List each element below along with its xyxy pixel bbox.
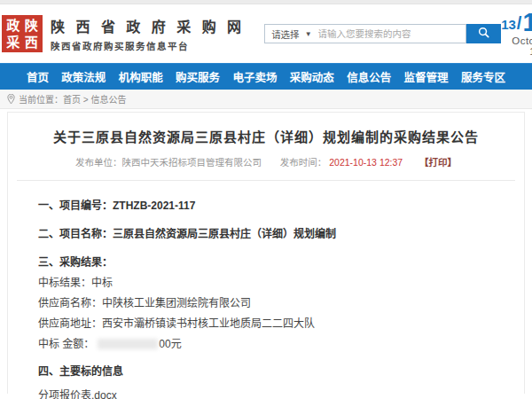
section-project-name: 二、项目名称：三原县自然资源局三原县村庄（详细）规划编制 bbox=[38, 225, 494, 240]
nav-item-supervision[interactable]: 监督管理 bbox=[404, 68, 449, 85]
search-input[interactable] bbox=[318, 26, 466, 42]
nav-item-e-marketplace[interactable]: 电子卖场 bbox=[232, 68, 277, 85]
breadcrumb: 当前位置：首页 > 信息公告 bbox=[0, 90, 532, 109]
nav-item-functions[interactable]: 机构职能 bbox=[119, 68, 163, 85]
date-month-number: 10 bbox=[522, 11, 532, 34]
article-title: 关于三原县自然资源局三原县村庄（详细）规划编制的采购结果公告 bbox=[8, 127, 524, 145]
logo-char: 陕 bbox=[23, 18, 41, 34]
section-procurement-result: 三、采购结果： bbox=[38, 254, 494, 269]
section-main-subject-info: 四、主要标的信息 bbox=[38, 363, 494, 378]
nav-item-announcements[interactable]: 信息公告 bbox=[347, 68, 391, 85]
nav-item-purchase-services[interactable]: 购买服务 bbox=[176, 68, 220, 85]
nav-item-procurement-news[interactable]: 采购动态 bbox=[290, 68, 334, 85]
site-subtitle: 陕西省政府购买服务信息平台 bbox=[51, 39, 245, 52]
date-slash: / bbox=[517, 12, 522, 34]
nav-item-policies[interactable]: 政策法规 bbox=[61, 68, 106, 85]
date-month-text: October 13th bbox=[501, 35, 532, 57]
main-nav: 首页 政策法规 机构职能 购买服务 电子卖场 采购动态 信息公告 监督管理 服务… bbox=[0, 63, 532, 90]
publish-time: 2021-10-13 12:37 bbox=[329, 157, 403, 168]
site-title: 陕 西 省 政 府 采 购 网 bbox=[51, 15, 245, 36]
attachment-link[interactable]: 分项报价表.docx bbox=[38, 387, 494, 399]
nav-item-service-zone[interactable]: 服务专区 bbox=[461, 68, 505, 85]
site-titles: 陕 西 省 政 府 采 购 网 陕西省政府购买服务信息平台 bbox=[51, 15, 245, 52]
article-meta: 发布单位：陕西中天禾招标项目管理有限公司 发布时间： 2021-10-13 12… bbox=[8, 155, 524, 168]
article-content: 一、项目编号：ZTHZB-2021-117 二、项目名称：三原县自然资源局三原县… bbox=[8, 197, 524, 399]
section-project-number: 一、项目编号：ZTHZB-2021-117 bbox=[38, 197, 494, 212]
article-panel: 关于三原县自然资源局三原县村庄（详细）规划编制的采购结果公告 发布单位：陕西中天… bbox=[7, 112, 525, 394]
supplier-name-line: 供应商名称：中陕核工业集团测绘院有限公司 bbox=[38, 297, 494, 309]
search-icon bbox=[478, 27, 489, 41]
search-select-label: 请选择 bbox=[271, 27, 300, 41]
site-header: 政 陕 采 西 陕 西 省 政 府 采 购 网 陕西省政府购买服务信息平台 请选… bbox=[0, 4, 532, 63]
site-logo: 政 陕 采 西 bbox=[2, 15, 43, 52]
logo-char: 采 bbox=[4, 35, 22, 51]
print-button[interactable]: 【打印】 bbox=[419, 157, 457, 168]
location-pin-icon bbox=[7, 91, 15, 107]
bid-result-line: 中标结果：中标 bbox=[38, 277, 494, 289]
meta-divider bbox=[17, 180, 515, 181]
bid-amount-line: 中标 金额： 00元 bbox=[38, 338, 494, 350]
redacted-amount bbox=[98, 339, 158, 349]
breadcrumb-text[interactable]: 当前位置：首页 > 信息公告 bbox=[19, 92, 126, 106]
publish-time-label: 发布时间： bbox=[280, 157, 327, 168]
search-button[interactable] bbox=[466, 24, 501, 43]
bid-amount-label: 中标 金额： bbox=[38, 338, 94, 350]
nav-item-home[interactable]: 首页 bbox=[27, 68, 49, 85]
chevron-down-icon: ▼ bbox=[305, 30, 312, 38]
logo-char: 政 bbox=[4, 18, 22, 34]
publisher: 发布单位：陕西中天禾招标项目管理有限公司 bbox=[75, 157, 262, 168]
date-widget: 13 / 10 October 13th 星期三 bbox=[501, 11, 532, 57]
bid-amount-suffix: 00元 bbox=[159, 338, 181, 350]
search-category-select[interactable]: 请选择 ▼ bbox=[265, 25, 317, 43]
date-day: 13 bbox=[501, 16, 516, 34]
supplier-address-line: 供应商地址：西安市灞桥镇读书村核工业地质局二二四大队 bbox=[38, 317, 494, 330]
search-box: 请选择 ▼ bbox=[264, 24, 466, 43]
search-group: 请选择 ▼ bbox=[264, 24, 501, 43]
logo-char: 西 bbox=[23, 35, 41, 51]
